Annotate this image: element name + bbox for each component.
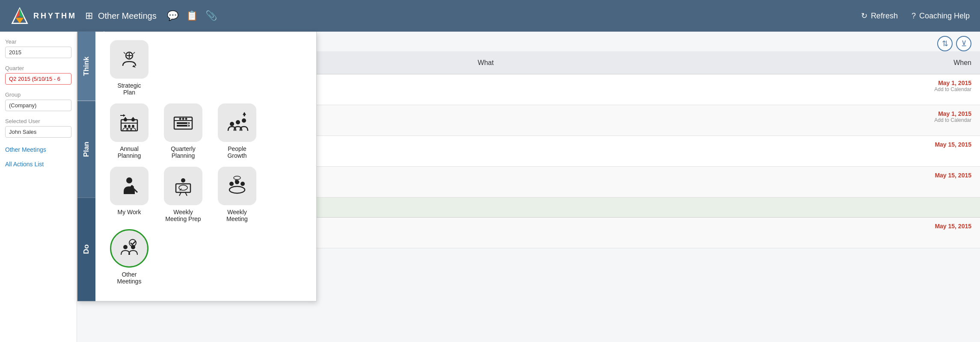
group-input[interactable]: [5, 100, 71, 111]
tab-plan[interactable]: Plan: [77, 101, 95, 198]
other-meetings-link[interactable]: Other Meetings: [5, 146, 71, 153]
year-label: Year: [5, 38, 71, 45]
year-input[interactable]: [5, 47, 71, 58]
help-icon: ?: [912, 12, 916, 21]
svg-point-44: [229, 186, 245, 193]
svg-point-24: [179, 118, 181, 120]
refresh-button[interactable]: ↻ Refresh: [861, 11, 898, 21]
attach-icon[interactable]: 📎: [205, 10, 217, 21]
svg-point-35: [181, 178, 185, 183]
svg-point-14: [128, 125, 131, 127]
header-icons: 💬 📋 📎: [167, 10, 217, 21]
menu-item-strategic-plan[interactable]: StrategicPlan: [106, 40, 153, 96]
user-input[interactable]: [5, 126, 71, 138]
dropdown-menu: Think Plan Do: [77, 32, 317, 301]
quarterly-planning-label: QuarterlyPlanning: [171, 145, 196, 159]
my-work-icon: [110, 167, 148, 205]
sidebar: Year Quarter Group Selected User Other M…: [0, 32, 77, 342]
row-date: May 15, 2015: [886, 141, 971, 148]
main-layout: Year Quarter Group Selected User Other M…: [0, 32, 980, 342]
people-growth-icon: [218, 103, 256, 142]
svg-point-23: [187, 125, 189, 127]
refresh-icon: ↻: [861, 11, 867, 21]
svg-marker-17: [123, 114, 125, 117]
svg-point-41: [229, 182, 234, 186]
logo-icon: [10, 6, 29, 25]
copy-icon[interactable]: 📋: [186, 10, 198, 21]
strategic-plan-label: StrategicPlan: [117, 82, 141, 96]
svg-marker-3: [15, 18, 24, 23]
svg-point-39: [179, 185, 187, 190]
coaching-help-button[interactable]: ? Coaching Help: [912, 12, 970, 21]
my-work-label: My Work: [118, 209, 141, 215]
menu-item-weekly-meeting-prep[interactable]: WeeklyMeeting Prep: [160, 167, 207, 222]
sort-button[interactable]: ⇅: [937, 36, 953, 51]
header-title: Other Meetings: [98, 11, 157, 21]
menu-item-weekly-meeting[interactable]: WeeklyMeeting: [214, 167, 261, 222]
col-when: When: [886, 59, 971, 67]
quarter-input[interactable]: [5, 73, 71, 85]
row-when: May 15, 2015: [886, 172, 971, 179]
filter-icons: ⇅ ⊻: [937, 36, 971, 51]
logo-text: RHYTHM: [33, 12, 77, 21]
chat-icon[interactable]: 💬: [167, 10, 178, 21]
weekly-meeting-icon: [218, 167, 256, 205]
menu-item-other-meetings[interactable]: OtherMeetings: [106, 229, 153, 285]
other-meetings-icon: [110, 229, 148, 268]
grid-icon[interactable]: ⊞: [85, 10, 93, 21]
row-when: May 1, 2015 Add to Calendar: [886, 110, 971, 123]
dropdown-tabs: Think Plan Do: [77, 32, 95, 301]
do-grid: My Work: [106, 167, 306, 285]
row-date: May 1, 2015: [886, 110, 971, 117]
svg-marker-31: [243, 112, 246, 115]
plan-section: AnnualPlanning: [106, 103, 306, 159]
svg-point-32: [126, 177, 132, 183]
svg-marker-1: [15, 8, 20, 18]
group-label: Group: [5, 91, 71, 98]
svg-point-47: [123, 245, 128, 249]
all-actions-link[interactable]: All Actions List: [5, 161, 71, 168]
header-right: ↻ Refresh ? Coaching Help: [861, 11, 970, 21]
svg-point-43: [241, 182, 245, 186]
do-section: My Work: [106, 167, 306, 285]
row-date-sub[interactable]: Add to Calendar: [886, 86, 971, 92]
annual-planning-icon: [110, 103, 148, 142]
quarter-label: Quarter: [5, 65, 71, 71]
weekly-meeting-prep-label: WeeklyMeeting Prep: [165, 209, 201, 222]
row-when: May 15, 2015: [886, 223, 971, 230]
filter-button[interactable]: ⊻: [956, 36, 971, 51]
dropdown-content: StrategicPlan: [95, 32, 316, 301]
svg-point-15: [132, 125, 134, 127]
menu-item-annual-planning[interactable]: AnnualPlanning: [106, 103, 153, 159]
dropdown-arrow: [99, 31, 109, 37]
weekly-meeting-label: WeeklyMeeting: [226, 209, 248, 222]
user-label: Selected User: [5, 118, 71, 124]
svg-point-13: [124, 125, 127, 127]
svg-point-45: [234, 176, 241, 180]
row-date: May 1, 2015: [886, 80, 971, 86]
row-date: May 15, 2015: [886, 223, 971, 230]
svg-point-29: [242, 118, 246, 123]
menu-item-quarterly-planning[interactable]: QuarterlyPlanning: [160, 103, 207, 159]
people-growth-label: PeopleGrowth: [227, 145, 246, 159]
menu-item-my-work[interactable]: My Work: [106, 167, 153, 222]
app-header: RHYTHM ⊞ Other Meetings 💬 📋 📎 ↻ Refresh …: [0, 0, 980, 32]
row-date-sub[interactable]: Add to Calendar: [886, 117, 971, 123]
svg-point-25: [182, 118, 184, 120]
svg-point-26: [185, 118, 187, 120]
tab-do[interactable]: Do: [77, 198, 95, 301]
row-when: May 15, 2015: [886, 141, 971, 148]
svg-point-27: [230, 122, 234, 126]
other-meetings-label: OtherMeetings: [117, 271, 142, 285]
menu-item-people-growth[interactable]: PeopleGrowth: [214, 103, 261, 159]
strategic-plan-icon: [110, 40, 148, 79]
tab-think[interactable]: Think: [77, 32, 95, 101]
think-section: StrategicPlan: [106, 40, 306, 96]
svg-point-28: [236, 120, 240, 124]
logo-area: RHYTHM: [10, 6, 77, 25]
think-grid: StrategicPlan: [106, 40, 306, 96]
svg-point-22: [187, 123, 189, 124]
row-date: May 15, 2015: [886, 172, 971, 179]
row-when: May 1, 2015 Add to Calendar: [886, 80, 971, 92]
quarterly-planning-icon: [164, 103, 202, 142]
